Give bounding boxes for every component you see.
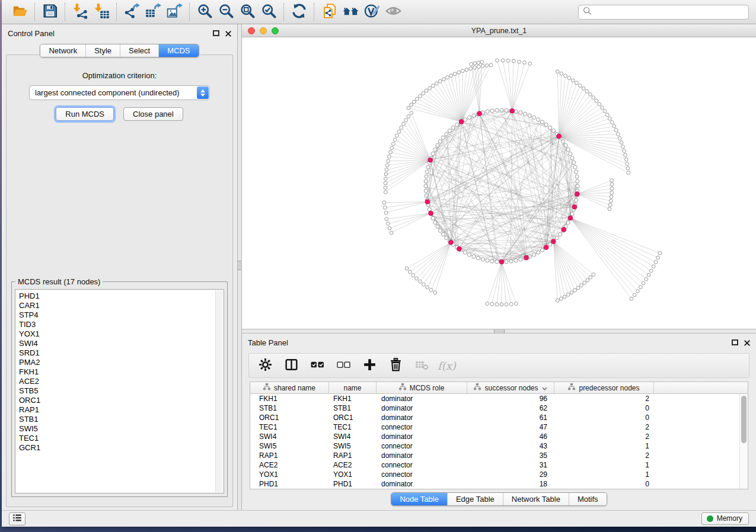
table-scrollbar[interactable]	[739, 394, 748, 489]
share-document-button[interactable]	[318, 2, 340, 22]
vertical-splitter[interactable]	[237, 24, 242, 510]
tab-select[interactable]: Select	[120, 44, 159, 57]
column-header-shared-name[interactable]: shared name	[250, 382, 329, 393]
splitter-grip[interactable]	[494, 329, 505, 333]
control-panel-title: Control Panel	[8, 29, 55, 38]
table-cell: YOX1	[329, 470, 377, 479]
table-cell: 31	[467, 461, 554, 469]
import-table-button[interactable]	[91, 2, 112, 22]
tab-mcds[interactable]: MCDS	[159, 44, 198, 57]
refresh-view-button[interactable]	[288, 2, 310, 22]
eye-button[interactable]	[382, 2, 404, 22]
splitter-grip[interactable]	[238, 261, 241, 270]
tab-network[interactable]: Network	[40, 44, 86, 57]
show-columns-button[interactable]	[281, 355, 301, 376]
zoom-selected-button[interactable]	[258, 2, 279, 22]
close-panel-icon[interactable]	[744, 339, 750, 346]
mcds-result-list[interactable]: PHD1CAR1STP4TID3YOX1SWI4SRD1PMA2FKH1ACE2…	[15, 289, 224, 493]
tab-network-table[interactable]: Network Table	[503, 493, 569, 505]
add-row-button[interactable]	[359, 355, 379, 376]
table-cell: ORC1	[250, 414, 329, 422]
app-window: Control Panel NetworkStyleSelectMCDS Opt…	[2, 0, 756, 527]
mcds-result-group: MCDS result (17 nodes) PHD1CAR1STP4TID3Y…	[11, 277, 228, 497]
column-label: predecessor nodes	[579, 384, 639, 392]
namespace-tree-icon	[263, 383, 270, 392]
minimize-window-icon[interactable]	[260, 27, 267, 34]
list-scrollbar[interactable]	[215, 290, 223, 492]
select-all-button[interactable]	[307, 355, 327, 376]
list-item[interactable]: STB5	[19, 386, 224, 396]
column-header-predecessor-nodes[interactable]: predecessor nodes	[554, 382, 654, 393]
list-item[interactable]: TEC1	[19, 434, 224, 443]
tab-motifs[interactable]: Motifs	[569, 493, 607, 505]
column-header-successor-nodes[interactable]: successor nodes	[467, 382, 554, 393]
search-input[interactable]	[595, 8, 744, 17]
list-item[interactable]: RAP1	[19, 405, 224, 415]
tab-style[interactable]: Style	[86, 44, 120, 57]
column-header-MCDS-role[interactable]: MCDS role	[377, 382, 467, 393]
table-row[interactable]: SWI5SWI5connector431	[250, 441, 739, 451]
table-row[interactable]: FKH1FKH1dominator962	[250, 394, 739, 403]
network-graph[interactable]	[242, 37, 756, 329]
save-session-icon	[42, 3, 58, 21]
memory-button[interactable]: Memory	[701, 512, 749, 525]
list-item[interactable]: GCR1	[19, 443, 224, 453]
list-item[interactable]: YOX1	[19, 329, 224, 339]
float-panel-icon[interactable]	[213, 30, 219, 36]
settings-gear-button[interactable]	[255, 355, 275, 376]
task-history-button[interactable]	[9, 512, 25, 525]
close-window-icon[interactable]	[248, 27, 255, 34]
table-row[interactable]: TEC1TEC1connector472	[250, 422, 739, 432]
list-item[interactable]: TID3	[19, 320, 224, 329]
run-mcds-button[interactable]: Run MCDS	[56, 107, 114, 121]
search-box[interactable]	[578, 5, 749, 20]
close-panel-button[interactable]: Close panel	[123, 107, 183, 121]
zoom-fit-button[interactable]	[237, 2, 258, 22]
table-cell: dominator	[377, 480, 467, 488]
list-item[interactable]: PHD1	[19, 291, 224, 301]
export-image-button[interactable]	[164, 2, 185, 22]
export-network-button[interactable]	[121, 2, 142, 22]
save-session-button[interactable]	[39, 2, 60, 22]
maximize-window-icon[interactable]	[272, 27, 279, 34]
table-row[interactable]: YOX1YOX1connector291	[250, 470, 739, 479]
column-header-name[interactable]: name	[329, 382, 377, 393]
table-cell: 46	[467, 432, 554, 441]
table-row[interactable]: ACE2ACE2connector311	[250, 460, 739, 470]
scrollbar-thumb[interactable]	[741, 396, 747, 443]
list-item[interactable]: CAR1	[19, 301, 224, 310]
table-row[interactable]: SWI4SWI4dominator462	[250, 432, 739, 441]
tab-node-table[interactable]: Node Table	[391, 493, 448, 505]
table-row[interactable]: PHD1PHD1dominator180	[250, 479, 739, 489]
mcds-panel: Optimization criterion: largest connecte…	[6, 55, 233, 507]
list-item[interactable]: FKH1	[19, 367, 224, 377]
table-row[interactable]: RAP1RAP1dominator352	[250, 451, 739, 460]
network-titlebar[interactable]: YPA_prune.txt_1	[242, 24, 756, 37]
deselect-all-button[interactable]	[333, 355, 353, 376]
list-item[interactable]: SRD1	[19, 348, 224, 358]
list-item[interactable]: ACE2	[19, 377, 224, 386]
vizmapper-button[interactable]	[361, 2, 382, 22]
list-item[interactable]: SWI5	[19, 424, 224, 434]
criterion-select[interactable]: largest connected component (undirected)	[29, 85, 210, 100]
table-row[interactable]: STB1STB1dominator620	[250, 403, 739, 413]
close-panel-icon[interactable]	[225, 30, 231, 37]
tab-edge-table[interactable]: Edge Table	[448, 493, 503, 505]
list-item[interactable]: PMA2	[19, 358, 224, 367]
list-item[interactable]: STP4	[19, 310, 224, 320]
list-item[interactable]: STB1	[19, 415, 224, 424]
network-canvas[interactable]	[242, 37, 756, 329]
table-row[interactable]: ORC1ORC1dominator610	[250, 413, 739, 422]
export-table-button[interactable]	[142, 2, 164, 22]
zoom-in-button[interactable]	[194, 2, 215, 22]
table-cell: connector	[377, 461, 467, 469]
horizontal-splitter[interactable]	[242, 329, 756, 334]
delete-row-button[interactable]	[385, 355, 406, 376]
open-session-button[interactable]	[9, 2, 30, 22]
home-button[interactable]	[340, 2, 361, 22]
float-panel-icon[interactable]	[732, 339, 738, 345]
list-item[interactable]: ORC1	[19, 396, 224, 405]
zoom-out-button[interactable]	[215, 2, 237, 22]
import-network-button[interactable]	[69, 2, 91, 22]
list-item[interactable]: SWI4	[19, 339, 224, 348]
